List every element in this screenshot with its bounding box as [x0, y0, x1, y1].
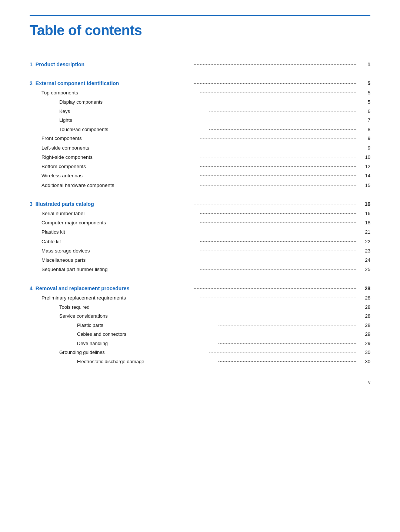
toc-entry: Top components5	[30, 89, 370, 97]
entry-page: 12	[359, 163, 370, 170]
chapter-page: 1	[359, 61, 370, 68]
toc-entry: TouchPad components8	[30, 126, 370, 133]
toc-dots	[200, 241, 357, 242]
toc-dots	[209, 352, 357, 352]
toc-dots	[200, 157, 357, 157]
toc-chapter-2: 2External component identification5Top c…	[30, 80, 370, 189]
toc-dots	[200, 213, 357, 214]
footer-page-number: v	[30, 380, 370, 385]
toc-dots	[218, 325, 357, 325]
entry-page: 30	[359, 349, 370, 356]
entry-label: Serial number label	[41, 210, 84, 217]
entry-label: Tools required	[59, 304, 90, 311]
toc-entry: Miscellaneous parts24	[30, 257, 370, 264]
chapter-title: Removal and replacement procedures	[36, 285, 130, 292]
chapter-page: 5	[359, 80, 370, 87]
toc-entry: Keys6	[30, 108, 370, 115]
chapter-title: External component identification	[36, 80, 119, 87]
toc-dots	[200, 269, 357, 270]
toc-dots	[200, 175, 357, 176]
toc-chapter-3: 3Illustrated parts catalog16Serial numbe…	[30, 200, 370, 274]
entry-label: Electrostatic discharge damage	[77, 358, 144, 365]
entry-page: 23	[359, 247, 370, 255]
entry-label: Left-side components	[41, 144, 89, 152]
chapter-title: Illustrated parts catalog	[36, 200, 94, 208]
toc-dots	[200, 222, 357, 223]
entry-label: Sequential part number listing	[41, 266, 108, 273]
toc-chapter-4: 4Removal and replacement procedures28Pre…	[30, 285, 370, 365]
toc-entry: Mass storage devices23	[30, 247, 370, 255]
toc-entry: Cable kit22	[30, 238, 370, 245]
entry-label: Mass storage devices	[41, 247, 90, 255]
entry-page: 29	[359, 340, 370, 347]
toc-entry: Service considerations28	[30, 312, 370, 320]
toc-entry: Lights7	[30, 117, 370, 124]
entry-page: 9	[359, 144, 370, 152]
toc-entry: Plastics kit21	[30, 228, 370, 236]
entry-page: 30	[359, 358, 370, 365]
chapter-number: 4	[30, 285, 33, 292]
toc-entry: Bottom components12	[30, 163, 370, 170]
entry-label: Bottom components	[41, 163, 86, 170]
toc-dots	[218, 343, 357, 344]
entry-page: 28	[359, 294, 370, 302]
entry-page: 14	[359, 172, 370, 180]
entry-label: Top components	[41, 89, 78, 97]
chapter-number: 2	[30, 80, 33, 87]
entry-label: Lights	[59, 117, 72, 124]
toc-dots	[209, 111, 357, 111]
entry-page: 25	[359, 266, 370, 273]
toc-chapter-entry: 4Removal and replacement procedures28	[30, 285, 370, 292]
entry-page: 6	[359, 108, 370, 115]
entry-label: Wireless antennas	[41, 172, 83, 180]
entry-page: 7	[359, 117, 370, 124]
entry-label: Display components	[59, 98, 103, 106]
entry-label: Preliminary replacement requirements	[41, 294, 126, 302]
entry-label: Cable kit	[41, 238, 61, 245]
toc-entry: Left-side components9	[30, 144, 370, 152]
toc-entry: Cables and connectors29	[30, 331, 370, 338]
entry-page: 10	[359, 154, 370, 161]
toc-chapter-entry: 3Illustrated parts catalog16	[30, 200, 370, 208]
entry-page: 24	[359, 257, 370, 264]
toc-chapter-entry: 2External component identification5	[30, 80, 370, 87]
toc-entry: Wireless antennas14	[30, 172, 370, 180]
entry-label: Front components	[41, 135, 82, 142]
entry-label: Service considerations	[59, 312, 108, 320]
entry-label: Additional hardware components	[41, 182, 114, 189]
toc-entry: Front components9	[30, 135, 370, 142]
entry-page: 28	[359, 304, 370, 311]
entry-page: 28	[359, 312, 370, 320]
entry-page: 5	[359, 89, 370, 97]
entry-page: 28	[359, 322, 370, 329]
toc-entry: Sequential part number listing25	[30, 266, 370, 273]
toc-dots	[200, 298, 357, 298]
toc-dots	[209, 316, 357, 316]
toc-dots	[218, 334, 357, 334]
toc-dots	[209, 129, 357, 130]
toc-dots	[200, 232, 357, 232]
entry-label: Drive handling	[77, 340, 108, 347]
entry-page: 29	[359, 331, 370, 338]
entry-label: Miscellaneous parts	[41, 257, 86, 264]
toc-dots	[218, 361, 357, 362]
chapter-page: 16	[359, 200, 370, 208]
entry-page: 21	[359, 228, 370, 236]
chapter-title: Product description	[36, 61, 84, 68]
toc-dots	[200, 148, 357, 148]
toc-entry: Additional hardware components15	[30, 182, 370, 189]
entry-page: 8	[359, 126, 370, 133]
chapter-page: 28	[359, 285, 370, 292]
entry-page: 16	[359, 210, 370, 217]
toc-entry: Serial number label16	[30, 210, 370, 217]
toc-dots	[200, 260, 357, 260]
chapter-number: 3	[30, 200, 33, 208]
entry-label: Keys	[59, 108, 70, 115]
toc-dots	[200, 93, 357, 93]
toc-dots	[209, 120, 357, 120]
top-rule	[30, 15, 370, 16]
toc-dots	[200, 251, 357, 251]
toc-dots	[200, 166, 357, 167]
entry-page: 15	[359, 182, 370, 189]
entry-label: Computer major components	[41, 219, 106, 227]
